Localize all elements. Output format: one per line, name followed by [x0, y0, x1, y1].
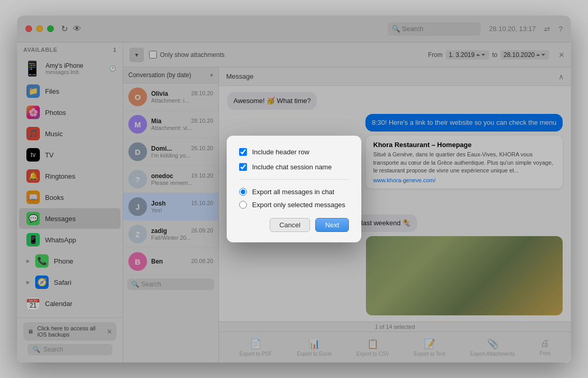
header-row-option[interactable]: Include header row — [239, 148, 349, 156]
export-scope-group: Export all messages in chat Export only … — [239, 188, 349, 209]
next-button[interactable]: Next — [315, 218, 349, 232]
chat-name-checkbox[interactable] — [239, 163, 247, 171]
export-modal: Include header row Include chat session … — [227, 136, 361, 242]
app-window: ↻ 👁 🔍 Search 28.10.20, 13:17 ⇄ ? AVAILAB… — [17, 16, 571, 362]
export-all-option[interactable]: Export all messages in chat — [239, 188, 349, 196]
header-row-label: Include header row — [252, 148, 310, 156]
export-selected-radio[interactable] — [239, 201, 247, 209]
header-row-checkbox[interactable] — [239, 148, 247, 156]
modal-divider — [239, 179, 349, 180]
modal-overlay: Include header row Include chat session … — [17, 16, 571, 362]
chat-name-option[interactable]: Include chat session name — [239, 163, 349, 171]
export-selected-label: Export only selected messages — [252, 201, 345, 209]
export-all-label: Export all messages in chat — [252, 188, 334, 196]
export-all-radio[interactable] — [239, 188, 247, 196]
export-selected-option[interactable]: Export only selected messages — [239, 201, 349, 209]
chat-name-label: Include chat session name — [252, 163, 332, 171]
cancel-button[interactable]: Cancel — [270, 218, 310, 232]
modal-actions: Cancel Next — [239, 218, 349, 232]
